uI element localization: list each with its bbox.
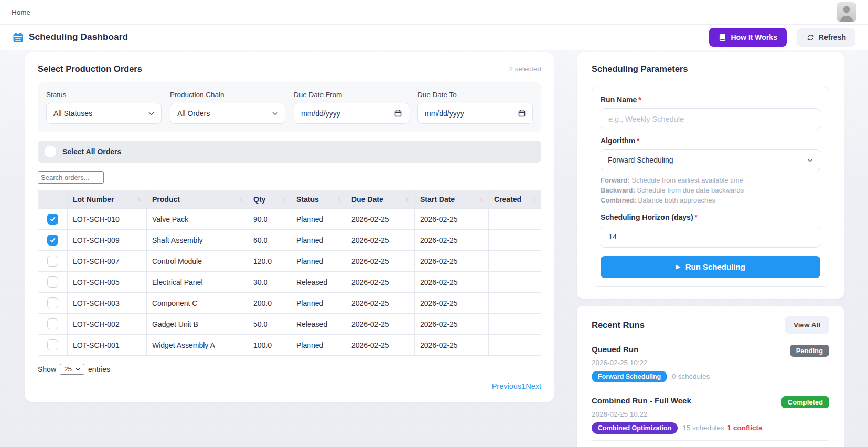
column-header-status[interactable]: Status↑↓ bbox=[291, 190, 346, 209]
column-header-qty[interactable]: Qty↑↓ bbox=[248, 190, 291, 209]
cell-start: 2026-02-25 bbox=[415, 293, 489, 314]
run-datetime: 2026-02-25 10:22 bbox=[592, 359, 829, 367]
select-all-bar: Select All Orders bbox=[38, 141, 541, 163]
sort-icon[interactable]: ↑↓ bbox=[479, 196, 483, 203]
cell-due: 2026-02-25 bbox=[346, 335, 415, 356]
entries-label: entries bbox=[88, 365, 110, 374]
row-checkbox[interactable] bbox=[47, 256, 58, 267]
cell-due: 2026-02-25 bbox=[346, 230, 415, 251]
chevron-down-icon bbox=[76, 368, 80, 371]
selected-count: 2 selected bbox=[509, 65, 541, 73]
view-all-button[interactable]: View All bbox=[785, 316, 829, 334]
table-row: LOT-SCH-005 Electrical Panel 30.0 Releas… bbox=[38, 272, 541, 293]
cell-qty: 60.0 bbox=[248, 230, 291, 251]
cell-created bbox=[489, 230, 541, 251]
column-header-product[interactable]: Product↑↓ bbox=[147, 190, 248, 209]
chain-filter-label: Production Chain bbox=[170, 91, 285, 99]
cell-lot: LOT-SCH-002 bbox=[68, 314, 147, 335]
row-checkbox[interactable] bbox=[47, 214, 58, 225]
sort-icon[interactable]: ↑↓ bbox=[239, 196, 242, 203]
run-scheduling-button[interactable]: ▶ Run Scheduling bbox=[601, 256, 820, 278]
cell-product: Gadget Unit B bbox=[147, 314, 248, 335]
sort-icon[interactable]: ↑↓ bbox=[282, 196, 285, 203]
order-filters: Status All Statuses Production Chain All… bbox=[38, 82, 541, 132]
cell-status: Planned bbox=[291, 230, 346, 251]
table-header-row: Lot Number↑↓ Product↑↓ Qty↑↓ Status↑↓ Du… bbox=[38, 190, 541, 209]
calendar-picker-icon bbox=[518, 110, 526, 117]
refresh-button[interactable]: Refresh bbox=[797, 28, 855, 47]
run-datetime: 2026-02-25 10:22 bbox=[592, 410, 829, 418]
cell-lot: LOT-SCH-010 bbox=[68, 209, 147, 230]
pagination-next[interactable]: Next bbox=[526, 382, 541, 390]
top-navbar: Home bbox=[0, 0, 868, 25]
column-header-start-date[interactable]: Start Date↑↓ bbox=[415, 190, 489, 209]
run-list-item[interactable]: Backward Run - Lot 004-006 Completed 202… bbox=[592, 440, 829, 447]
cell-start: 2026-02-25 bbox=[415, 209, 489, 230]
column-header-created[interactable]: Created↑↓ bbox=[489, 190, 541, 209]
row-checkbox[interactable] bbox=[47, 276, 58, 288]
sort-icon[interactable]: ↑↓ bbox=[137, 196, 141, 203]
sort-icon[interactable]: ↑↓ bbox=[532, 196, 535, 203]
algorithm-select[interactable]: Forward Scheduling bbox=[601, 149, 820, 171]
select-all-checkbox[interactable] bbox=[45, 146, 56, 157]
row-checkbox[interactable] bbox=[47, 339, 58, 350]
horizon-input[interactable] bbox=[601, 226, 820, 248]
breadcrumb-home-link[interactable]: Home bbox=[12, 8, 30, 16]
cell-qty: 50.0 bbox=[248, 314, 291, 335]
column-header-due-date[interactable]: Due Date↑↓ bbox=[346, 190, 415, 209]
row-checkbox[interactable] bbox=[47, 318, 58, 329]
production-orders-panel: Select Production Orders 2 selected Stat… bbox=[25, 52, 554, 402]
due-date-to-input[interactable]: mm/dd/yyyy bbox=[417, 103, 533, 124]
due-date-from-input[interactable]: mm/dd/yyyy bbox=[294, 103, 409, 124]
run-list-item[interactable]: Queued Run Pending 2026-02-25 10:22 Forw… bbox=[592, 338, 829, 389]
status-badge: Pending bbox=[790, 345, 829, 357]
page-size-select[interactable]: 25 bbox=[60, 364, 84, 375]
cell-due: 2026-02-25 bbox=[346, 251, 415, 272]
cell-start: 2026-02-25 bbox=[415, 335, 489, 356]
row-checkbox[interactable] bbox=[47, 235, 58, 246]
row-checkbox[interactable] bbox=[47, 297, 58, 308]
horizon-label: Scheduling Horizon (days) bbox=[601, 213, 693, 221]
cell-qty: 100.0 bbox=[248, 335, 291, 356]
production-chain-select[interactable]: All Orders bbox=[170, 103, 285, 124]
sort-icon[interactable]: ↑↓ bbox=[405, 196, 409, 203]
cell-start: 2026-02-25 bbox=[415, 272, 489, 293]
sort-icon[interactable]: ↑↓ bbox=[337, 196, 340, 203]
table-row: LOT-SCH-010 Valve Pack 90.0 Planned 2026… bbox=[38, 209, 541, 230]
cell-start: 2026-02-25 bbox=[415, 314, 489, 335]
cell-lot: LOT-SCH-007 bbox=[68, 251, 147, 272]
cell-qty: 90.0 bbox=[248, 209, 291, 230]
orders-table: Lot Number↑↓ Product↑↓ Qty↑↓ Status↑↓ Du… bbox=[38, 190, 541, 356]
cell-created bbox=[489, 272, 541, 293]
cell-start: 2026-02-25 bbox=[415, 230, 489, 251]
cell-due: 2026-02-25 bbox=[346, 314, 415, 335]
pagination-page-1[interactable]: 1 bbox=[521, 382, 526, 390]
orders-heading: Select Production Orders bbox=[38, 64, 142, 74]
person-icon bbox=[837, 2, 856, 22]
cell-created bbox=[489, 314, 541, 335]
cell-created bbox=[489, 293, 541, 314]
run-name: Combined Run - Full Week bbox=[592, 396, 691, 405]
run-name: Queued Run bbox=[592, 345, 638, 354]
column-header-lot-number[interactable]: Lot Number↑↓ bbox=[68, 190, 147, 209]
page-title: Scheduling Dashboard bbox=[29, 32, 128, 42]
cell-lot: LOT-SCH-003 bbox=[68, 293, 147, 314]
cell-status: Planned bbox=[291, 251, 346, 272]
how-it-works-button[interactable]: How It Works bbox=[709, 28, 786, 47]
search-input[interactable] bbox=[38, 171, 104, 184]
run-list-item[interactable]: Combined Run - Full Week Completed 2026-… bbox=[592, 389, 829, 440]
user-avatar[interactable] bbox=[837, 2, 856, 22]
run-name-input[interactable] bbox=[601, 108, 820, 130]
cell-status: Planned bbox=[291, 335, 346, 356]
pagination-previous[interactable]: Previous bbox=[492, 382, 521, 390]
status-filter-select[interactable]: All Statuses bbox=[46, 103, 162, 124]
cell-status: Planned bbox=[291, 293, 346, 314]
cell-lot: LOT-SCH-001 bbox=[68, 335, 147, 356]
cell-qty: 120.0 bbox=[248, 251, 291, 272]
book-icon bbox=[719, 34, 726, 41]
cell-status: Planned bbox=[291, 209, 346, 230]
pagination: Previous1Next bbox=[38, 382, 541, 390]
cell-product: Widget Assembly A bbox=[147, 335, 248, 356]
cell-product: Shaft Assembly bbox=[147, 230, 248, 251]
algorithm-help-text: Forward: Schedule from earliest availabl… bbox=[601, 176, 820, 206]
